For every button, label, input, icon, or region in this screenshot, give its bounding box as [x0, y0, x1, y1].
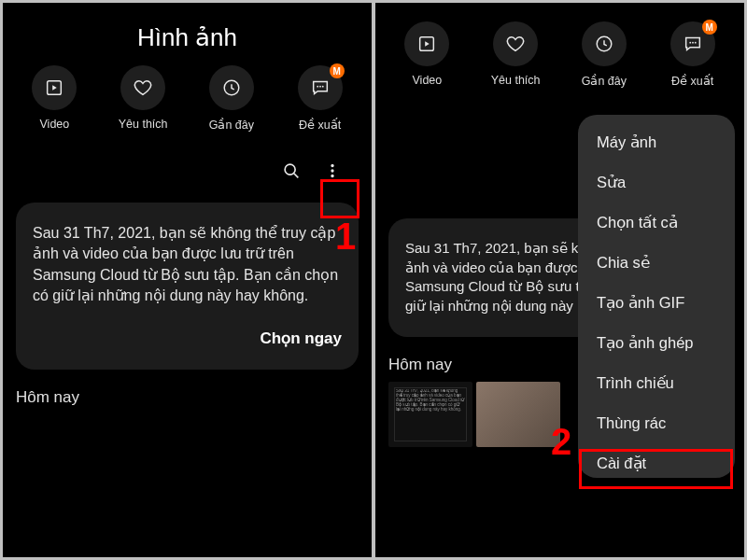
thumbnail[interactable]: Sau 31 Th7, 2021, bạn sẽ không thể truy …: [388, 382, 472, 447]
menu-settings[interactable]: Cài đặt: [578, 443, 735, 478]
menu-create-gif[interactable]: Tạo ảnh GIF: [578, 283, 735, 323]
top-tabs: Video Yêu thích Gần đây M Đề xuất: [3, 65, 372, 141]
menu-camera[interactable]: Máy ảnh: [578, 122, 735, 162]
tab-video[interactable]: Video: [389, 21, 464, 88]
tab-label: Yêu thích: [491, 74, 541, 87]
tab-favorites[interactable]: Yêu thích: [478, 21, 553, 88]
menu-share[interactable]: Chia sẻ: [578, 243, 735, 283]
svg-point-11: [689, 42, 691, 44]
clock-icon: [582, 21, 627, 66]
thumbnail-preview-text: Sau 31 Th7, 2021, bạn sẽ không thể truy …: [396, 389, 465, 413]
tab-label: Video: [40, 118, 70, 131]
clock-icon: [209, 65, 254, 110]
tab-label: Đề xuất: [299, 118, 341, 132]
menu-slideshow[interactable]: Trình chiếu: [578, 363, 735, 403]
notice-text: Sau 31 Th7, 2021, bạn sẽ không thể truy …: [33, 223, 342, 307]
heart-icon: [493, 21, 538, 66]
svg-point-8: [331, 175, 333, 177]
thumbnail[interactable]: [476, 382, 560, 447]
tab-label: Gần đây: [582, 74, 627, 88]
search-button[interactable]: [278, 158, 304, 184]
tab-favorites[interactable]: Yêu thích: [106, 65, 180, 132]
page-title: Hình ảnh: [3, 3, 372, 65]
menu-collage[interactable]: Tạo ảnh ghép: [578, 323, 735, 363]
video-icon: [404, 21, 449, 66]
actions-row: [3, 141, 372, 189]
svg-point-4: [321, 86, 323, 88]
badge: M: [330, 63, 345, 78]
svg-point-13: [694, 42, 696, 44]
overflow-menu: Máy ảnh Sửa Chọn tất cả Chia sẻ Tạo ảnh …: [578, 115, 735, 478]
tab-recent[interactable]: Gần đây: [194, 65, 269, 132]
chat-icon: M: [298, 65, 343, 110]
notice-action-button[interactable]: Chọn ngay: [33, 328, 342, 350]
tab-label: Gần đây: [209, 118, 254, 132]
tab-label: Đề xuất: [671, 74, 713, 88]
cloud-notice-card: Sau 31 Th7, 2021, bạn sẽ không thể truy …: [16, 203, 359, 370]
svg-point-7: [331, 169, 333, 172]
section-today: Hôm nay: [16, 388, 359, 407]
heart-icon: [120, 65, 165, 110]
more-button[interactable]: [319, 158, 345, 184]
svg-point-6: [331, 164, 333, 167]
screenshot-right: Video Yêu thích Gần đây M Đề xuất Sau 31…: [375, 3, 744, 557]
badge: M: [702, 20, 717, 35]
svg-point-2: [317, 86, 318, 88]
screenshot-left: Hình ảnh Video Yêu thích Gần đây M Đề: [3, 3, 372, 557]
tab-label: Video: [413, 74, 443, 87]
menu-select-all[interactable]: Chọn tất cả: [578, 203, 735, 243]
svg-point-12: [692, 42, 694, 44]
chat-icon: M: [670, 21, 715, 66]
video-icon: [32, 65, 77, 110]
tab-recent[interactable]: Gần đây: [567, 21, 641, 88]
tab-video[interactable]: Video: [17, 65, 92, 132]
tab-label: Yêu thích: [119, 118, 168, 131]
tab-suggest[interactable]: M Đề xuất: [283, 65, 358, 132]
svg-point-5: [285, 164, 295, 175]
menu-trash[interactable]: Thùng rác: [578, 403, 735, 443]
svg-point-3: [319, 86, 321, 88]
tab-suggest[interactable]: M Đề xuất: [655, 21, 730, 88]
top-tabs: Video Yêu thích Gần đây M Đề xuất: [375, 3, 744, 97]
menu-edit[interactable]: Sửa: [578, 162, 735, 203]
